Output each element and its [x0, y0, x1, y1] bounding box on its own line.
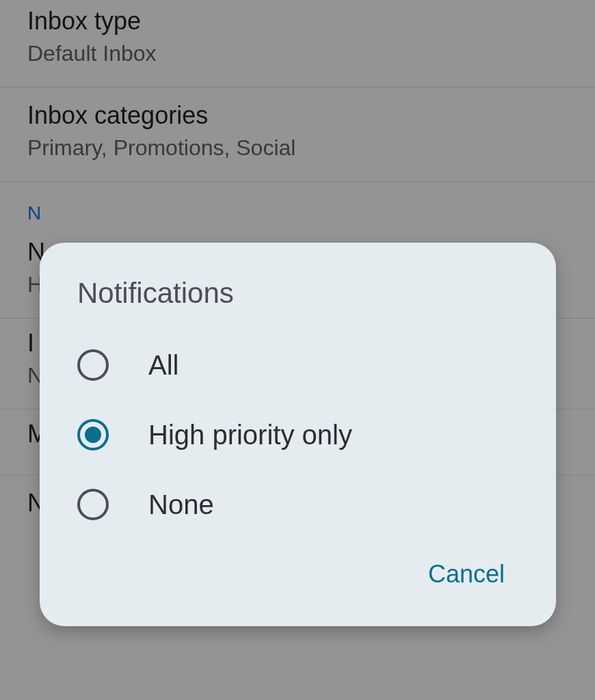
radio-label: All [148, 350, 178, 381]
radio-icon [77, 349, 109, 381]
radio-option-high-priority[interactable]: High priority only [40, 400, 556, 470]
dialog-actions: Cancel [40, 539, 556, 606]
radio-label: None [148, 489, 214, 520]
radio-icon [77, 489, 109, 520]
dialog-title: Notifications [40, 277, 556, 330]
radio-option-all[interactable]: All [40, 330, 556, 400]
cancel-button[interactable]: Cancel [414, 553, 518, 595]
notifications-dialog: Notifications All High priority only Non… [40, 243, 556, 626]
modal-overlay[interactable]: Notifications All High priority only Non… [0, 0, 595, 700]
radio-option-none[interactable]: None [40, 470, 556, 539]
radio-icon-selected [77, 419, 109, 450]
radio-label: High priority only [148, 420, 352, 450]
